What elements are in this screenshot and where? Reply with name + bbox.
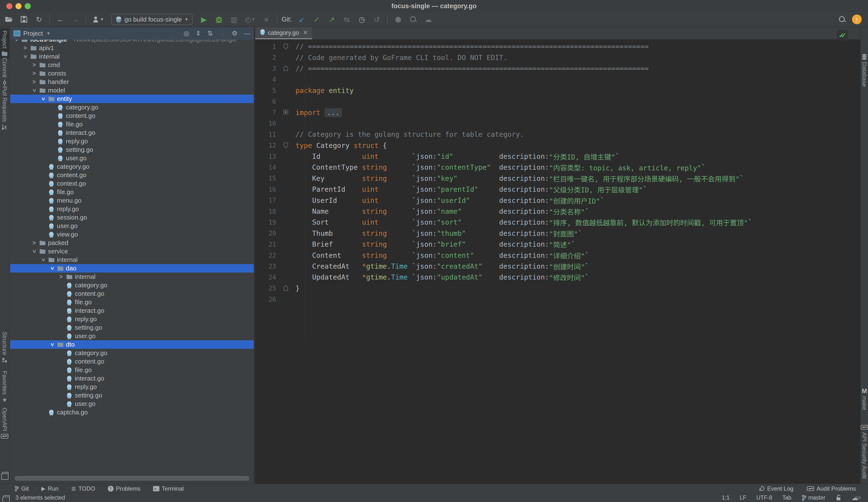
- user-profile-icon[interactable]: ▼: [93, 16, 104, 23]
- tree-row-entity[interactable]: >entity: [10, 95, 254, 103]
- code-line-13[interactable]: 13 Id uint `json:"id" description:"分类ID,…: [255, 151, 860, 162]
- code-line-11[interactable]: 11// Category is the golang structure fo…: [255, 129, 860, 140]
- code-line-14[interactable]: 14 ContentType string `json:"contentType…: [255, 162, 860, 173]
- stripe-tab-make[interactable]: Mmake: [861, 388, 868, 410]
- code-line-22[interactable]: 22 Content string `json:"content" descri…: [255, 250, 860, 261]
- tree-row-category-go[interactable]: category.go: [10, 349, 254, 357]
- code-line-6[interactable]: 6: [255, 96, 860, 107]
- fold-marker-icon[interactable]: [276, 43, 296, 50]
- toolwindow-button-problems[interactable]: !Problems: [108, 485, 141, 492]
- collapse-all-icon[interactable]: ⇅: [207, 30, 213, 37]
- tree-row-reply-go[interactable]: reply.go: [10, 205, 254, 213]
- chevron-collapsed-icon[interactable]: >: [21, 45, 29, 51]
- project-panel-title[interactable]: Project: [23, 30, 43, 37]
- tree-row-internal[interactable]: >internal: [10, 273, 254, 281]
- line-number[interactable]: 16: [255, 186, 276, 193]
- file-encoding[interactable]: UTF-8: [756, 494, 772, 501]
- tree-row-content-go[interactable]: content.go: [10, 171, 254, 179]
- chevron-expanded-icon[interactable]: >: [40, 95, 46, 103]
- code-line-4[interactable]: 4: [255, 74, 860, 85]
- line-number[interactable]: 25: [255, 285, 276, 292]
- tree-row-content-go[interactable]: content.go: [10, 112, 254, 120]
- tree-row-view-go[interactable]: view.go: [10, 230, 254, 239]
- toolwindow-button-run[interactable]: ▶Run: [41, 485, 59, 492]
- sync-icon[interactable]: ↻: [35, 15, 43, 24]
- cloud-icon[interactable]: ☁: [424, 15, 432, 24]
- tree-row-content-go[interactable]: content.go: [10, 357, 254, 366]
- chevron-collapsed-icon[interactable]: >: [30, 79, 38, 85]
- inspections-passed-icon[interactable]: ✓✓: [837, 30, 848, 41]
- tree-row-dto[interactable]: >dto: [10, 340, 254, 349]
- code-line-2[interactable]: 2// Code generated by GoFrame CLI tool. …: [255, 52, 860, 63]
- chevron-collapsed-icon[interactable]: >: [30, 70, 38, 77]
- tree-row-user-go[interactable]: user.go: [10, 400, 254, 408]
- code-line-26[interactable]: 26: [255, 294, 860, 305]
- line-number[interactable]: 23: [255, 263, 276, 270]
- fold-marker-icon[interactable]: [276, 65, 296, 72]
- tree-row-service[interactable]: >service: [10, 247, 254, 255]
- stop-button[interactable]: ■: [262, 15, 270, 23]
- git-branch-widget[interactable]: master: [802, 494, 825, 501]
- tree-row-internal[interactable]: >internal: [10, 255, 254, 264]
- plugin-hexagon-icon[interactable]: ⬢: [394, 15, 402, 24]
- line-number[interactable]: 3: [255, 65, 276, 72]
- line-number[interactable]: 20: [255, 230, 276, 237]
- window-layout-icon[interactable]: [3, 495, 10, 501]
- line-number[interactable]: 11: [255, 131, 276, 138]
- code-line-3[interactable]: 3// ====================================…: [255, 63, 860, 74]
- code-line-16[interactable]: 16 ParentId uint `json:"parentId" descri…: [255, 184, 860, 195]
- git-push-icon[interactable]: ↗: [328, 15, 336, 24]
- chevron-collapsed-icon[interactable]: >: [30, 240, 38, 246]
- toolwindow-button-terminal[interactable]: >_Terminal: [153, 485, 184, 492]
- tree-row-file-go[interactable]: file.go: [10, 188, 254, 196]
- line-number[interactable]: 2: [255, 54, 276, 61]
- debug-button[interactable]: [215, 16, 223, 23]
- close-icon[interactable]: ✕: [303, 29, 308, 36]
- tree-row-category-go[interactable]: category.go: [10, 281, 254, 290]
- profiler-icon[interactable]: ◴▼: [245, 15, 256, 24]
- line-number[interactable]: 21: [255, 241, 276, 248]
- line-number[interactable]: 12: [255, 142, 276, 149]
- code-line-10[interactable]: 10: [255, 118, 860, 129]
- tree-row-handler[interactable]: >handler: [10, 78, 254, 86]
- run-configuration-select[interactable]: go build focus-single ▼: [111, 14, 193, 25]
- code-line-18[interactable]: 18 Name string `json:"name" description:…: [255, 206, 860, 217]
- tree-horizontal-scrollbar[interactable]: [14, 476, 249, 481]
- chevron-collapsed-icon[interactable]: >: [30, 62, 38, 68]
- forward-icon[interactable]: →: [71, 15, 80, 23]
- tree-row-consts[interactable]: >consts: [10, 69, 254, 78]
- tree-row-context-go[interactable]: context.go: [10, 179, 254, 188]
- line-number[interactable]: 22: [255, 252, 276, 259]
- tree-row-interact-go[interactable]: interact.go: [10, 306, 254, 315]
- indent-style[interactable]: Tab: [782, 494, 791, 501]
- line-number[interactable]: 13: [255, 153, 276, 160]
- settings-gear-icon[interactable]: ⚙: [232, 30, 238, 37]
- hide-panel-icon[interactable]: —: [244, 30, 250, 37]
- code-line-17[interactable]: 17 UserId uint `json:"userId" descriptio…: [255, 195, 860, 206]
- tree-row-category-go[interactable]: category.go: [10, 163, 254, 171]
- update-available-icon[interactable]: ↑: [852, 14, 862, 24]
- tree-row-file-go[interactable]: file.go: [10, 298, 254, 306]
- tree-row-file-go[interactable]: file.go: [10, 366, 254, 374]
- tree-row-reply-go[interactable]: reply.go: [10, 315, 254, 323]
- stripe-tab-project[interactable]: Project: [0, 29, 9, 59]
- stripe-tab-openapi[interactable]: OpenAPI/API: [0, 408, 9, 439]
- tree-row-user-go[interactable]: user.go: [10, 154, 254, 163]
- chevron-expanded-icon[interactable]: >: [49, 264, 55, 273]
- fold-marker-icon[interactable]: [276, 285, 296, 292]
- code-line-20[interactable]: 20 Thumb string `json:"thumb" descriptio…: [255, 228, 860, 239]
- chevron-expanded-icon[interactable]: >: [49, 341, 55, 349]
- toolwindow-button-event-log[interactable]: Event Log: [759, 485, 793, 492]
- tree-row-setting-go[interactable]: setting.go: [10, 323, 254, 332]
- tree-row-reply-go[interactable]: reply.go: [10, 137, 254, 145]
- stripe-tab-commit[interactable]: Commit: [0, 57, 9, 86]
- tree-row-internal[interactable]: >internal: [10, 52, 254, 61]
- toolwindow-button-git[interactable]: Git: [14, 485, 29, 492]
- git-merge-icon[interactable]: ⇆: [343, 15, 351, 24]
- chevron-down-icon[interactable]: ▼: [46, 31, 51, 36]
- line-number[interactable]: 1: [255, 43, 276, 50]
- tree-row-apiv1[interactable]: >apiv1: [10, 44, 254, 52]
- run-with-coverage-icon[interactable]: ▥: [230, 15, 238, 24]
- expand-all-icon[interactable]: ⇕: [196, 30, 201, 37]
- find-in-files-icon[interactable]: [409, 16, 417, 23]
